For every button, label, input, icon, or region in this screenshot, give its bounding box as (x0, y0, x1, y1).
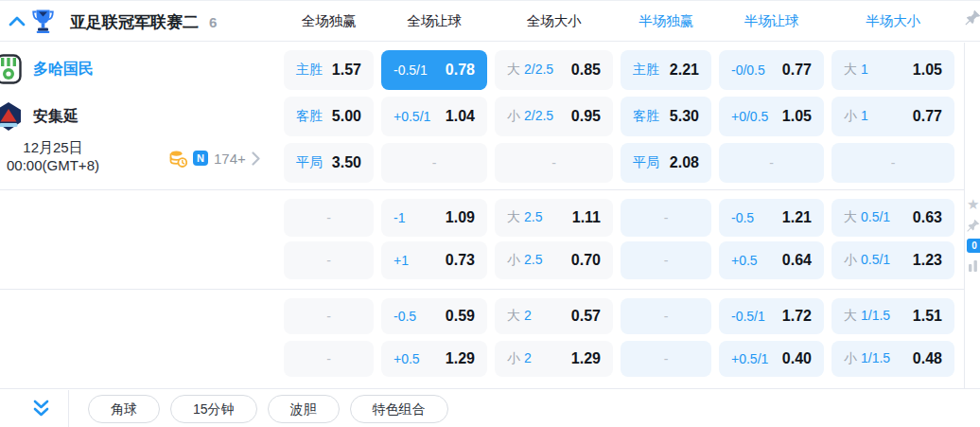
odds-value: 1.21 (782, 209, 812, 226)
odds-value: 1.29 (446, 350, 475, 367)
away-team-name[interactable]: 安集延 (33, 107, 79, 127)
extra-market-button-2[interactable]: 波胆 (268, 395, 340, 423)
handicap-line: 1 (861, 108, 868, 123)
empty-odds-placeholder: - (664, 253, 669, 268)
odds-selection-label: -0.5 (731, 210, 754, 225)
away-team-row[interactable]: 安集延 (0, 101, 79, 132)
odds-cell[interactable]: 小21.29 (495, 341, 613, 377)
odds-value: 0.63 (913, 209, 942, 226)
selection-label: +0.5/1 (731, 351, 768, 366)
selection-label: -0.5/1 (731, 309, 765, 324)
odds-cell[interactable]: +0.5/10.40 (719, 341, 824, 377)
collapse-chevron-up-icon[interactable] (9, 13, 26, 28)
odds-cell[interactable]: -0.50.59 (381, 298, 487, 334)
odds-selection-label: 大2 (507, 308, 532, 325)
odds-value: 1.04 (446, 108, 475, 125)
odds-cell[interactable]: 客胜5.30 (621, 97, 711, 136)
odds-cell[interactable]: 小2/2.50.95 (495, 97, 613, 136)
odds-cell[interactable]: 大11.05 (831, 50, 954, 90)
odds-cell[interactable]: +10.73 (381, 241, 487, 279)
home-team-name[interactable]: 多哈国民 (33, 60, 94, 80)
odds-cell[interactable]: -11.09 (381, 199, 487, 237)
odds-value: 0.57 (571, 308, 601, 325)
odds-cell[interactable]: 小2.50.70 (495, 241, 613, 279)
match-count-badge: 6 (209, 14, 217, 30)
odds-cell[interactable]: -0.5/11.72 (719, 298, 824, 334)
odds-cell[interactable]: 小10.77 (831, 97, 954, 136)
odds-cell[interactable]: 平局2.08 (621, 143, 711, 183)
odds-count-badge[interactable]: 0 (967, 239, 980, 253)
odds-cell[interactable]: 小1/1.50.48 (831, 341, 954, 377)
odds-selection-label: -0/0.5 (731, 62, 765, 78)
stats-bars-icon[interactable] (967, 259, 980, 273)
pin-small-icon[interactable] (967, 219, 980, 232)
over-under-prefix: 小 (844, 252, 857, 269)
odds-selection-label: 大2/2.5 (507, 62, 553, 79)
extra-market-button-0[interactable]: 角球 (88, 395, 160, 423)
over-under-prefix: 小 (844, 350, 857, 367)
odds-value: 0.40 (782, 350, 812, 367)
odds-value: 1.05 (782, 108, 812, 125)
empty-odds-placeholder: - (664, 351, 669, 366)
odds-value: 1.51 (913, 308, 942, 325)
selection-label: 平局 (296, 154, 323, 171)
odds-selection-label: 小1/1.5 (844, 350, 890, 367)
odds-selection-label: 客胜 (296, 108, 323, 125)
odds-cell[interactable]: 主胜1.57 (284, 50, 374, 90)
odds-cell[interactable]: 客胜5.00 (284, 97, 374, 136)
odds-cell-empty: - (621, 298, 711, 334)
empty-odds-placeholder: - (664, 210, 669, 225)
odds-cell[interactable]: 大2.51.11 (495, 199, 613, 237)
league-header: 亚足联冠军联赛二 6 全场独赢全场让球全场大小半场独赢半场让球半场大小 (0, 0, 980, 42)
footer-divider (68, 390, 69, 427)
odds-selection-label: +0.5/1 (731, 351, 768, 366)
odds-cell[interactable]: 平局3.50 (284, 143, 374, 183)
odds-cell[interactable]: -0/0.50.77 (719, 50, 824, 90)
pin-icon[interactable] (965, 9, 980, 26)
extra-market-buttons: 角球15分钟波胆特色组合 (88, 395, 448, 423)
handicap-line: 2 (524, 350, 532, 365)
odds-cell[interactable]: +0/0.51.05 (719, 97, 824, 136)
extra-market-button-1[interactable]: 15分钟 (170, 395, 257, 423)
odds-selection-label: 小2 (507, 350, 532, 367)
odds-cell[interactable]: -0.51.21 (719, 199, 824, 237)
over-under-prefix: 大 (507, 308, 520, 325)
odds-cell-empty: - (719, 143, 824, 183)
odds-cell[interactable]: 大1/1.51.51 (831, 298, 954, 334)
odds-cell[interactable]: 主胜2.21 (621, 50, 711, 90)
odds-cell[interactable]: 大2/2.50.85 (495, 50, 613, 90)
odds-selection-label: 大1/1.5 (844, 308, 890, 325)
odds-cell[interactable]: +0.50.64 (719, 241, 824, 279)
odds-cell[interactable]: +0.5/11.04 (381, 97, 487, 136)
favorite-star-icon[interactable]: ★ (967, 197, 979, 212)
odds-selection-label: +0.5 (731, 253, 758, 268)
column-header-4[interactable]: 半场让球 (719, 1, 824, 42)
more-markets-link[interactable]: N 174+ (169, 149, 260, 168)
extra-market-button-3[interactable]: 特色组合 (350, 395, 448, 423)
odds-cell[interactable]: -0.5/10.78 (381, 50, 487, 90)
selection-label: +1 (394, 253, 409, 268)
empty-odds-placeholder: - (326, 351, 331, 366)
odds-value: 0.48 (913, 350, 942, 367)
expand-double-chevron-down-icon[interactable] (31, 400, 51, 418)
odds-cell[interactable]: 大20.57 (495, 298, 613, 334)
odds-selection-label: 大0.5/1 (844, 209, 890, 226)
column-header-5[interactable]: 半场大小 (831, 1, 954, 42)
empty-odds-placeholder: - (664, 309, 669, 324)
odds-selection-label: -1 (394, 210, 405, 225)
odds-value: 1.57 (332, 62, 361, 79)
odds-cell[interactable]: 小0.5/11.23 (831, 241, 954, 279)
selection-label: +0.5 (394, 351, 420, 366)
odds-value: 5.00 (332, 108, 361, 125)
odds-selection-label: 主胜 (633, 62, 659, 79)
selection-label: -1 (394, 210, 405, 225)
odds-cell[interactable]: +0.51.29 (381, 341, 487, 377)
selection-label: -0/0.5 (731, 62, 765, 78)
handicap-line: 1/1.5 (861, 350, 890, 365)
column-header-3[interactable]: 半场独赢 (621, 1, 711, 42)
odds-cell[interactable]: 大0.5/10.63 (831, 199, 954, 237)
home-team-row[interactable]: 多哈国民 (0, 54, 94, 84)
over-under-prefix: 大 (507, 209, 520, 226)
odds-value: 0.73 (446, 252, 475, 269)
odds-selection-label: -0.5 (394, 309, 416, 324)
